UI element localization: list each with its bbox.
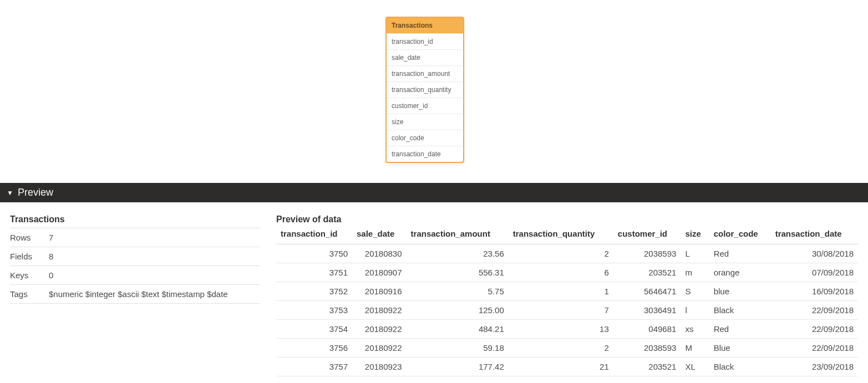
cell-transaction_date: 23/09/2018 (771, 358, 858, 376)
meta-row-tags: Tags $numeric $integer $ascii $text $tim… (10, 285, 260, 304)
meta-value: $numeric $integer $ascii $text $timestam… (49, 289, 260, 299)
meta-row-rows: Rows 7 (10, 228, 260, 247)
data-preview-table: transaction_idsale_datetransaction_amoun… (276, 226, 858, 376)
cell-transaction_amount: 556.31 (407, 263, 509, 282)
cell-transaction_id: 3756 (276, 339, 352, 358)
cell-size: xs (681, 320, 709, 339)
cell-sale_date: 20180922 (352, 339, 407, 358)
table-card-header[interactable]: Transactions (387, 18, 463, 33)
table-row[interactable]: 37502018083023.5622038593LRed30/08/2018 (276, 244, 858, 263)
column-header-color_code[interactable]: color_code (709, 226, 771, 244)
meta-title: Transactions (10, 215, 260, 228)
cell-size: m (681, 263, 709, 282)
cell-transaction_quantity: 6 (509, 263, 613, 282)
cell-color_code: Black (709, 301, 771, 320)
column-header-sale_date[interactable]: sale_date (352, 226, 407, 244)
table-header-row: transaction_idsale_datetransaction_amoun… (276, 226, 858, 244)
column-header-transaction_date[interactable]: transaction_date (771, 226, 858, 244)
preview-body: Transactions Rows 7 Fields 8 Keys 0 Tags… (0, 202, 868, 383)
column-header-transaction_quantity[interactable]: transaction_quantity (509, 226, 613, 244)
meta-label: Tags (10, 289, 49, 299)
meta-column: Transactions Rows 7 Fields 8 Keys 0 Tags… (10, 215, 260, 376)
column-header-transaction_id[interactable]: transaction_id (276, 226, 352, 244)
table-card-field[interactable]: transaction_id (387, 33, 463, 49)
cell-sale_date: 20180907 (352, 263, 407, 282)
canvas-area[interactable]: Transactions transaction_idsale_datetran… (0, 0, 868, 183)
table-card-field[interactable]: transaction_quantity (387, 81, 463, 98)
cell-transaction_quantity: 13 (509, 320, 613, 339)
table-row[interactable]: 375420180922484.2113049681xsRed22/09/201… (276, 320, 858, 339)
cell-transaction_id: 3754 (276, 320, 352, 339)
cell-transaction_quantity: 21 (509, 358, 613, 376)
cell-transaction_quantity: 2 (509, 339, 613, 358)
cell-customer_id: 203521 (613, 263, 681, 282)
table-card-field[interactable]: transaction_amount (387, 65, 463, 81)
cell-transaction_amount: 23.56 (407, 244, 509, 263)
cell-transaction_date: 22/09/2018 (771, 339, 858, 358)
cell-customer_id: 2038593 (613, 244, 681, 263)
cell-color_code: Red (709, 320, 771, 339)
cell-transaction_id: 3753 (276, 301, 352, 320)
cell-transaction_id: 3757 (276, 358, 352, 376)
cell-sale_date: 20180922 (352, 320, 407, 339)
column-header-size[interactable]: size (681, 226, 709, 244)
table-card-field[interactable]: customer_id (387, 98, 463, 114)
cell-size: M (681, 339, 709, 358)
chevron-down-icon: ▼ (7, 190, 13, 196)
table-card-field[interactable]: transaction_date (387, 146, 463, 162)
meta-row-fields: Fields 8 (10, 247, 260, 266)
table-card-field[interactable]: size (387, 114, 463, 130)
cell-customer_id: 5646471 (613, 282, 681, 301)
preview-label: Preview (18, 187, 53, 198)
preview-toggle-bar[interactable]: ▼ Preview (0, 183, 868, 202)
cell-transaction_amount: 484.21 (407, 320, 509, 339)
cell-customer_id: 049681 (613, 320, 681, 339)
cell-transaction_id: 3750 (276, 244, 352, 263)
table-card-field[interactable]: sale_date (387, 49, 463, 65)
cell-sale_date: 20180922 (352, 301, 407, 320)
cell-color_code: orange (709, 263, 771, 282)
cell-sale_date: 20180830 (352, 244, 407, 263)
cell-size: l (681, 301, 709, 320)
cell-transaction_quantity: 2 (509, 244, 613, 263)
cell-transaction_date: 22/09/2018 (771, 320, 858, 339)
table-row[interactable]: 375320180922125.0073036491lBlack22/09/20… (276, 301, 858, 320)
cell-customer_id: 2038593 (613, 339, 681, 358)
table-row[interactable]: 3752201809165.7515646471Sblue16/09/2018 (276, 282, 858, 301)
table-row[interactable]: 375120180907556.316203521morange07/09/20… (276, 263, 858, 282)
cell-color_code: Red (709, 244, 771, 263)
meta-label: Keys (10, 270, 49, 280)
cell-transaction_amount: 177.42 (407, 358, 509, 376)
cell-transaction_date: 30/08/2018 (771, 244, 858, 263)
table-card-transactions[interactable]: Transactions transaction_idsale_datetran… (385, 17, 464, 163)
cell-size: XL (681, 358, 709, 376)
cell-transaction_amount: 125.00 (407, 301, 509, 320)
meta-value: 8 (49, 252, 260, 261)
cell-color_code: Blue (709, 339, 771, 358)
meta-label: Fields (10, 252, 49, 261)
meta-value: 0 (49, 270, 260, 280)
cell-transaction_date: 22/09/2018 (771, 301, 858, 320)
cell-transaction_id: 3752 (276, 282, 352, 301)
cell-transaction_amount: 59.18 (407, 339, 509, 358)
table-row[interactable]: 375720180923177.4221203521XLBlack23/09/2… (276, 358, 858, 376)
column-header-transaction_amount[interactable]: transaction_amount (407, 226, 509, 244)
cell-transaction_id: 3751 (276, 263, 352, 282)
cell-transaction_quantity: 7 (509, 301, 613, 320)
data-preview-column: Preview of data transaction_idsale_datet… (276, 215, 858, 376)
data-preview-title: Preview of data (276, 215, 858, 226)
column-header-customer_id[interactable]: customer_id (613, 226, 681, 244)
meta-row-keys: Keys 0 (10, 266, 260, 285)
table-row[interactable]: 37562018092259.1822038593MBlue22/09/2018 (276, 339, 858, 358)
cell-size: S (681, 282, 709, 301)
cell-transaction_date: 07/09/2018 (771, 263, 858, 282)
table-card-field[interactable]: color_code (387, 130, 463, 146)
cell-customer_id: 3036491 (613, 301, 681, 320)
cell-sale_date: 20180916 (352, 282, 407, 301)
cell-transaction_amount: 5.75 (407, 282, 509, 301)
cell-sale_date: 20180923 (352, 358, 407, 376)
cell-transaction_quantity: 1 (509, 282, 613, 301)
meta-value: 7 (49, 233, 260, 242)
cell-color_code: Black (709, 358, 771, 376)
cell-customer_id: 203521 (613, 358, 681, 376)
